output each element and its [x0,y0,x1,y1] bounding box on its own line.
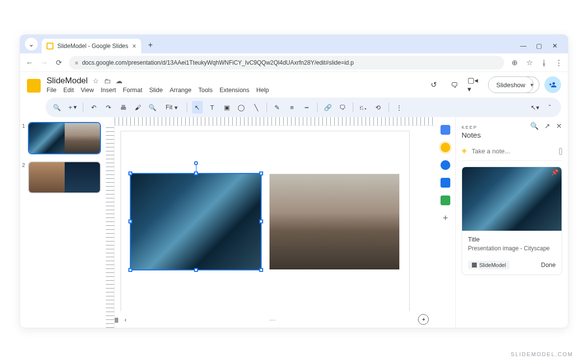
search-menu-icon[interactable]: 🔍 [51,101,62,114]
zoom-icon[interactable]: ⊕ [510,58,519,67]
new-tab-button[interactable]: + [144,39,157,51]
select-tool[interactable]: ↖ [192,101,203,114]
side-panel-icons: + [436,117,455,328]
maps-icon[interactable] [441,195,450,205]
window-maximize-button[interactable]: ▢ [535,42,543,49]
slide-image-1[interactable] [131,174,261,269]
site-info-icon[interactable]: ≡ [75,60,78,66]
resize-handle-e[interactable] [259,219,263,223]
slideshow-dropdown[interactable]: ▼ [525,76,539,93]
keep-close-icon[interactable]: ✕ [556,122,562,130]
resize-handle-n[interactable] [194,171,198,175]
shape-tool[interactable]: ◯ [236,101,247,114]
slides-favicon-icon [47,43,53,49]
border-color-button[interactable]: ✎ [272,101,283,114]
more-tools-icon[interactable]: ⋮ [394,101,405,114]
browser-tab[interactable]: SlideModel - Google Slides × [42,39,141,53]
slides-logo-icon[interactable] [27,79,41,93]
print-button[interactable]: 🖶 [118,101,128,114]
take-note-row[interactable]: + [462,146,562,161]
pointer-mode-icon[interactable]: ↖▾ [530,101,540,114]
pin-icon[interactable]: 📌 [551,169,559,176]
crop-button[interactable]: ⎌▾ [358,101,369,114]
keep-note-card[interactable]: 📌 Title Presentation image - Cityscape S… [462,167,562,275]
move-icon[interactable]: 🗀 [104,77,111,85]
resize-handle-se[interactable] [259,268,263,272]
menu-file[interactable]: File [47,87,56,94]
menu-help[interactable]: Help [256,87,269,94]
menu-format[interactable]: Format [123,87,143,94]
resize-handle-s[interactable] [194,268,198,272]
reset-image-button[interactable]: ⟲ [373,101,384,114]
zoom-level-select[interactable]: Fit ▾ [162,104,182,111]
menu-slide[interactable]: Slide [149,87,163,94]
history-icon[interactable]: ↺ [426,77,442,93]
undo-button[interactable]: ↶ [88,101,99,114]
menu-arrange[interactable]: Arrange [170,87,191,94]
contacts-icon[interactable] [441,178,450,188]
resize-handle-nw[interactable] [128,171,132,175]
new-slide-button[interactable]: ＋▾ [66,101,78,114]
menu-edit[interactable]: Edit [63,87,74,94]
calendar-icon[interactable] [441,125,450,135]
vertical-ruler[interactable] [106,126,115,328]
watermark: SLIDEMODEL.COM [511,351,573,357]
document-title[interactable]: SlideModel [47,76,88,86]
tab-search-button[interactable]: ⌄ [25,38,38,50]
bookmark-star-icon[interactable]: ☆ [525,58,534,67]
keep-search-icon[interactable]: 🔍 [530,122,539,130]
hide-menus-icon[interactable]: ˆ [544,101,555,114]
textbox-tool[interactable]: T [207,101,218,114]
resize-handle-w[interactable] [128,219,132,223]
new-list-icon[interactable] [559,148,562,155]
paint-format-button[interactable]: 🖌 [132,101,143,114]
slide-thumbnail-1[interactable]: 1 [28,122,101,154]
menu-tools[interactable]: Tools [198,87,213,94]
window-minimize-button[interactable]: — [519,42,528,49]
menu-view[interactable]: View [81,87,94,94]
note-done-button[interactable]: Done [541,262,556,268]
slide-number: 2 [22,162,25,168]
redo-button[interactable]: ↷ [103,101,114,114]
new-note-plus-icon[interactable]: + [462,146,467,156]
slide-image-2[interactable] [270,174,399,269]
tasks-icon[interactable] [441,160,450,170]
border-dash-button[interactable]: ┅ [301,101,312,114]
zoom-tool-icon[interactable]: 🔍 [147,101,158,114]
get-addons-icon[interactable]: + [441,213,450,223]
address-url-field[interactable]: ≡ docs.google.com/presentation/d/13AAei1… [69,56,504,70]
note-source-chip[interactable]: SlideModel [468,261,510,269]
horizontal-ruler[interactable] [115,117,436,126]
link-button[interactable]: 🔗 [322,101,333,114]
take-note-input[interactable] [472,147,554,155]
keep-icon[interactable] [441,143,450,152]
menu-insert[interactable]: Insert [101,87,116,94]
image-tool[interactable]: ▣ [221,101,232,114]
tab-close-icon[interactable]: × [132,42,136,50]
meet-camera-icon[interactable]: ▢◂ ▾ [467,77,483,93]
comment-button[interactable]: 🗨 [337,101,348,114]
prev-slide-icon[interactable]: ‹ [124,316,126,323]
resize-handle-ne[interactable] [259,171,263,175]
explore-button[interactable]: ✦ [418,314,429,325]
comments-icon[interactable]: 🗨 [447,77,463,93]
resize-handle-sw[interactable] [128,268,132,272]
star-icon[interactable]: ☆ [93,77,99,85]
border-weight-button[interactable]: ≡ [287,101,297,114]
cloud-status-icon[interactable]: ☁ [116,77,122,85]
line-tool[interactable]: ╲ [251,101,262,114]
window-close-button[interactable]: ✕ [550,42,559,49]
download-icon[interactable]: ⭳ [539,58,548,67]
browser-menu-icon[interactable]: ⋮ [554,58,563,67]
slide-thumbnail-2[interactable]: 2 [28,161,101,194]
share-button[interactable] [544,76,561,93]
nav-reload-button[interactable]: ⟳ [54,58,63,67]
nav-forward-button[interactable]: → [40,58,49,67]
menu-extensions[interactable]: Extensions [220,87,249,94]
nav-back-button[interactable]: ← [25,58,34,67]
rotate-handle[interactable] [194,161,198,165]
browser-address-bar: ← → ⟳ ≡ docs.google.com/presentation/d/1… [20,53,568,72]
slide-canvas[interactable] [121,131,410,311]
note-title: Title [468,236,556,243]
keep-open-icon[interactable]: ↗ [544,122,550,130]
